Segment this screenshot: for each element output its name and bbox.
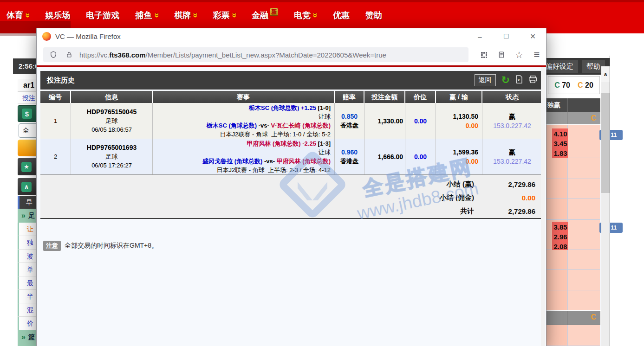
shield-icon[interactable] [48, 49, 59, 60]
market-select[interactable]: 全 [19, 123, 36, 138]
sidebar-item[interactable]: 独 [18, 236, 36, 250]
bet-history-header: 投注历史 返回 x [40, 71, 542, 90]
app-scrollbar[interactable]: ∧ [601, 66, 610, 346]
collapse-bar[interactable] [18, 178, 36, 195]
sidebar-item[interactable]: 最 [18, 276, 36, 290]
refresh-orange-icon[interactable]: C [578, 81, 583, 89]
col-info: 信息 [71, 91, 153, 103]
bookmark-star-icon[interactable] [514, 49, 525, 60]
odds-row: 3.85 2.96 2.08 11 [539, 220, 600, 250]
sidebar-item[interactable]: 让 [18, 223, 36, 236]
nav-item-egames[interactable]: 电子游戏 [86, 10, 120, 21]
odds-value[interactable]: 2.96 [552, 232, 569, 242]
username: ar1 [18, 79, 36, 92]
odds-values[interactable]: 4.10 3.45 1.83 [552, 128, 569, 159]
sidebar-divider [18, 344, 36, 346]
odds-row [539, 250, 600, 270]
nav-item-sponsorship[interactable]: 赞助 [365, 10, 382, 21]
gmt-note: 注意 全部交易的时间标识在GMT+8。 [43, 241, 158, 251]
favorites-bar[interactable] [18, 158, 36, 175]
col-no: 编号 [40, 91, 71, 103]
nav-item-esports[interactable]: 电竞 [294, 10, 317, 21]
odds-row [539, 158, 600, 179]
nav-item-casino[interactable]: 娱乐场 [46, 10, 71, 21]
chevron-down-icon [231, 11, 236, 20]
odds-value[interactable]: 3.45 [552, 139, 569, 148]
sidebar-item[interactable]: 价 [18, 317, 36, 330]
bet-winloss: 1,599.36 0.00 [436, 139, 482, 174]
odds-grid-subheader: C [539, 112, 600, 124]
lock-icon[interactable] [64, 49, 75, 60]
nav-item-fishing[interactable]: 捕鱼 [136, 10, 159, 21]
more-count: 11 [611, 132, 617, 138]
bet-link[interactable]: 投注 [18, 92, 36, 104]
app-sidebar: 2:56:0 ar1 投注 全 早 足 让 独 波 单 最 半 混 价 [13, 56, 36, 346]
close-button[interactable] [520, 28, 546, 44]
scrollbar-thumb[interactable] [601, 93, 610, 193]
nav-item-promotions[interactable]: 优惠 [333, 10, 350, 21]
nav-item-finance[interactable]: 金融 新 [252, 10, 278, 21]
col-odds: 赔率 [335, 91, 364, 103]
bet-table: 编号 信息 赛事 赔率 投注金额 价位 赢 / 输 状态 1 HDP976515… [40, 91, 542, 175]
odds-value[interactable]: 1.83 [552, 148, 569, 158]
minimize-button[interactable] [467, 28, 493, 44]
new-badge: 新 [270, 8, 278, 16]
preferences-button[interactable]: 偏好设定 [541, 60, 578, 73]
sidebar-item-label: 篮 [28, 333, 35, 341]
nav-item-sports[interactable]: 体育 [7, 10, 30, 21]
bet-price: 0.00 [405, 103, 436, 139]
sidebar-item[interactable]: 混 [18, 303, 36, 317]
bet-info: HDP9765001693 足球 06/05 17:26:27 [71, 139, 153, 174]
odds-row: 4.10 3.45 1.83 11 [539, 125, 600, 158]
odds-value[interactable]: 3.85 [552, 222, 569, 232]
window-titlebar[interactable]: VC — Mozilla Firefox [37, 28, 546, 44]
sidebar-item-early[interactable]: 早 [18, 196, 36, 209]
scroll-up-button[interactable]: ∧ [601, 66, 610, 82]
maximize-button[interactable] [493, 28, 520, 44]
balance-bar[interactable] [18, 105, 36, 122]
bet-table-header: 编号 信息 赛事 赔率 投注金额 价位 赢 / 输 状态 [40, 91, 542, 103]
sidebar-market-list: 让 独 波 单 最 半 混 价 [18, 223, 36, 330]
nav-item-boardgames[interactable]: 棋牌 [174, 10, 197, 21]
back-button[interactable]: 返回 [475, 74, 496, 86]
reader-view-icon[interactable] [496, 49, 507, 60]
print-icon[interactable] [528, 76, 537, 85]
address-bar[interactable]: https://vc.fts368.com/Member/Lists/payme… [43, 47, 468, 62]
export-excel-icon[interactable]: x [515, 75, 523, 85]
promo-button[interactable] [18, 140, 36, 156]
col-winloss: 赢 / 输 [436, 91, 482, 103]
bet-price: 0.00 [405, 139, 436, 174]
summary-label: 共计 [40, 207, 474, 216]
bet-no: 1 [40, 103, 71, 139]
nav-item-lottery[interactable]: 彩票 [213, 10, 236, 21]
containers-grid-icon[interactable] [478, 49, 489, 60]
col-amount: 投注金额 [364, 91, 405, 103]
table-row: 2 HDP9765001693 足球 06/05 17:26:27 甲府风林 (… [40, 139, 542, 174]
browser-toolbar: https://vc.fts368.com/Member/Lists/payme… [37, 44, 546, 65]
table-row: 1 HDP9765150045 足球 06/05 18:06:57 栃木SC (… [40, 103, 542, 139]
sidebar-item-basketball[interactable]: 篮 [18, 330, 36, 344]
page-scrollbar[interactable] [541, 67, 545, 346]
bet-odds: 0.850 香港盘 [335, 103, 364, 139]
odds-values[interactable]: 3.85 2.96 2.08 [552, 222, 569, 252]
menu-icon[interactable] [531, 49, 542, 60]
odds-grid: 独赢 C 4.10 3.45 1.83 [539, 98, 600, 346]
refresh-icon[interactable] [501, 74, 510, 86]
firefox-icon [42, 32, 51, 41]
refresh-orange-icon[interactable]: C [591, 313, 596, 321]
col-match: 赛事 [153, 91, 335, 103]
odds-value[interactable]: 4.10 [552, 129, 569, 139]
double-arrow-icon [21, 333, 26, 341]
sidebar-item[interactable]: 半 [18, 290, 36, 303]
page-title: 投注历史 [47, 76, 75, 85]
sidebar-item[interactable]: 单 [18, 263, 36, 276]
sidebar-item[interactable]: 波 [18, 250, 36, 263]
url-text[interactable]: https://vc.fts368.com/Member/Lists/payme… [79, 51, 386, 59]
chevron-down-icon [312, 11, 317, 20]
summary-value: 2,729.86 [474, 207, 542, 215]
window-title: VC — Mozilla Firefox [55, 32, 121, 40]
double-arrow-icon [21, 211, 26, 220]
refresh-green-icon[interactable]: C [554, 81, 560, 89]
refresh-orange-icon[interactable]: C [591, 114, 596, 122]
sidebar-item-football[interactable]: 足 [18, 209, 36, 223]
